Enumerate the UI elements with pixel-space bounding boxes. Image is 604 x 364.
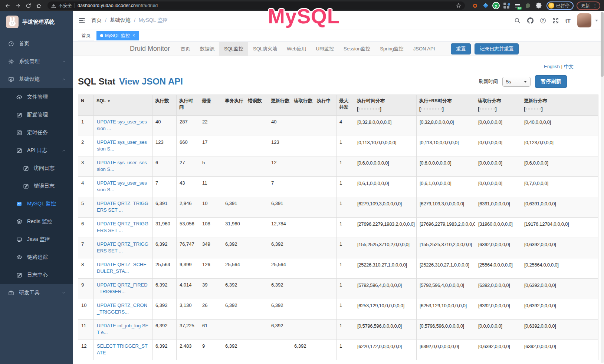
druid-nav-URI监控[interactable]: URI监控 xyxy=(311,42,339,56)
sql-detail-link[interactable]: UPDATE sys_user_session S... xyxy=(97,160,147,172)
table-row: 6UPDATE QRTZ_TRIGGERS SET ...31,96053,05… xyxy=(78,218,598,238)
column-header[interactable]: SQL ▼ xyxy=(94,95,152,116)
blue-gem-extension-icon[interactable] xyxy=(482,2,489,9)
sql-detail-link[interactable]: UPDATE QRTZ_TRIGGERS SET ... xyxy=(97,221,148,233)
user-avatar[interactable] xyxy=(577,13,591,27)
lang-chinese-link[interactable]: 中文 xyxy=(564,64,574,69)
cell-value: 1 xyxy=(337,340,354,360)
column-header[interactable]: 执行时间分布[- - - - - - - -] xyxy=(354,95,417,116)
sidebar-item-mysql-monitor[interactable]: MySQL 监控 xyxy=(0,195,73,213)
sql-detail-link[interactable]: UPDATE QRTZ_TRIGGERS SET ... xyxy=(97,241,148,254)
column-header[interactable]: 执行时间 xyxy=(177,95,199,116)
reset-button[interactable]: 重置 xyxy=(451,43,471,54)
reload-icon[interactable] xyxy=(24,2,32,9)
druid-nav-Web应用[interactable]: Web应用 xyxy=(282,42,311,56)
edit-square-icon xyxy=(16,112,22,118)
browser-menu-icon[interactable]: ⋮ xyxy=(592,3,597,8)
column-header[interactable]: 最慢 xyxy=(199,95,222,116)
browser-update-button[interactable]: 更新 ⋮ xyxy=(577,1,600,10)
sidebar-item-config-management[interactable]: 配置管理 xyxy=(0,106,73,124)
sidebar-item-java-monitor[interactable]: Java 监控 xyxy=(0,231,73,248)
leaf-extension-icon[interactable] xyxy=(525,2,531,9)
log-and-reset-button[interactable]: 记录日志并重置 xyxy=(475,43,519,54)
sidebar-item-trace[interactable]: 链路追踪 xyxy=(0,248,73,266)
druid-nav-Session监控[interactable]: Session监控 xyxy=(339,42,375,56)
tag-item[interactable]: 首页 xyxy=(78,31,94,40)
pause-refresh-button[interactable]: 暂停刷新 xyxy=(535,75,567,88)
column-header[interactable]: 执行中 xyxy=(314,95,337,116)
sql-detail-link[interactable]: UPDATE sys_user_session S... xyxy=(97,180,147,192)
sql-detail-link[interactable]: UPDATE sys_user_session ... xyxy=(97,119,147,131)
column-header[interactable]: N xyxy=(78,95,94,116)
view-json-api-link[interactable]: View JSON API xyxy=(119,76,183,87)
grid-extension-icon[interactable] xyxy=(503,2,510,9)
breadcrumb-item[interactable]: 基础设施 xyxy=(110,17,131,24)
lang-english-link[interactable]: English xyxy=(544,64,560,69)
column-header[interactable]: 更新行数 xyxy=(268,95,291,116)
sql-detail-link[interactable]: UPDATE sys_user_session S... xyxy=(97,139,147,152)
fullscreen-icon[interactable] xyxy=(552,17,559,24)
sidebar-item-infrastructure[interactable]: 基础设施 xyxy=(0,70,73,88)
druid-brand[interactable]: Druid Monitor xyxy=(127,45,176,53)
sql-detail-link[interactable]: UPDATE QRTZ_TRIGGERS SET ... xyxy=(97,201,148,213)
sidebar-item-error-logs[interactable]: 错误日志 xyxy=(0,177,73,195)
github-icon[interactable] xyxy=(527,17,534,24)
column-header[interactable]: 更新行分布[- - - - - -] xyxy=(521,95,598,116)
page-scrollbar[interactable] xyxy=(601,12,604,363)
column-header[interactable]: 错误数 xyxy=(245,95,268,116)
refresh-interval-select[interactable]: 5s xyxy=(502,77,531,87)
sidebar-item-label: 首页 xyxy=(19,40,66,47)
sql-detail-link[interactable]: UPDATE inf_job_log SET e... xyxy=(97,323,148,335)
cell-distribution: [5792,596,4,0,0,0,0,0] xyxy=(417,279,475,299)
bookmark-star-icon[interactable] xyxy=(456,3,461,8)
druid-nav-SQL监控[interactable]: SQL监控 xyxy=(219,42,248,56)
column-header[interactable]: 执行+RS时分布[- - - - - - - -] xyxy=(417,95,475,116)
column-header[interactable]: 读取行分布[- - - - - -] xyxy=(475,95,521,116)
address-bar[interactable]: 不安全 dashboard.yudao.iocoder.cn/infra/dru… xyxy=(47,1,465,10)
sidebar-item-api-logs[interactable]: API 日志 xyxy=(0,142,73,159)
druid-nav-JSON API[interactable]: JSON API xyxy=(408,42,440,56)
font-size-icon[interactable]: tT xyxy=(565,17,571,24)
column-header[interactable]: 最大并发 xyxy=(337,95,354,116)
sidebar-item-log-center[interactable]: 日志中心 xyxy=(0,266,73,284)
sidebar-item-label: 定时任务 xyxy=(27,129,66,136)
sidebar-item-system-management[interactable]: 系统管理 xyxy=(0,53,73,70)
sql-detail-link[interactable]: UPDATE QRTZ_FIRED_TRIGGER... xyxy=(97,282,148,294)
sidebar-item-redis-monitor[interactable]: Redis 监控 xyxy=(0,213,73,231)
tag-close-icon[interactable]: × xyxy=(132,33,135,38)
green-y-extension-icon[interactable]: y xyxy=(493,3,499,9)
column-header[interactable]: 事务执行 xyxy=(222,95,245,116)
home-icon[interactable] xyxy=(35,2,42,9)
puzzle-extension-icon[interactable] xyxy=(535,2,542,9)
cell-value: 40 xyxy=(268,116,291,136)
sql-detail-link[interactable]: UPDATE QRTZ_SCHEDULER_STA... xyxy=(97,262,147,274)
column-header[interactable]: 读取行数 xyxy=(291,95,314,116)
sidebar-item-dev-tools[interactable]: 研发工具 xyxy=(0,284,73,302)
scrollbar-thumb[interactable] xyxy=(601,12,604,77)
list-on-extension-icon[interactable]: on xyxy=(514,2,521,9)
orange-circle-extension-icon[interactable] xyxy=(472,2,478,9)
druid-nav-数据源[interactable]: 数据源 xyxy=(195,42,219,56)
sidebar-item-file-management[interactable]: 文件管理 xyxy=(0,88,73,106)
druid-monitor-frame: Druid Monitor 首页数据源SQL监控SQL防火墙Web应用URI监控… xyxy=(73,42,604,360)
page-title: SQL Stat xyxy=(78,76,115,87)
druid-nav-SQL防火墙[interactable]: SQL防火墙 xyxy=(248,42,282,56)
search-icon[interactable] xyxy=(514,17,521,24)
forward-icon[interactable] xyxy=(14,2,22,9)
hamburger-icon[interactable] xyxy=(79,17,85,24)
sql-detail-link[interactable]: UPDATE QRTZ_CRON_TRIGGERS... xyxy=(97,302,147,315)
help-icon[interactable]: ? xyxy=(540,18,546,23)
sidebar-item-home[interactable]: 首页 xyxy=(0,35,73,53)
column-header[interactable]: 执行数 xyxy=(152,95,177,116)
sql-detail-link[interactable]: SELECT TRIGGER_STATE xyxy=(97,343,148,355)
druid-nav-Spring监控[interactable]: Spring监控 xyxy=(375,42,408,56)
back-icon[interactable] xyxy=(4,2,11,9)
druid-nav-首页[interactable]: 首页 xyxy=(176,42,195,56)
sidebar-item-scheduled-tasks[interactable]: 定时任务 xyxy=(0,124,73,142)
browser-profile-chip[interactable]: 已暂停 xyxy=(546,1,574,10)
tag-label: 首页 xyxy=(82,33,91,39)
tag-active[interactable]: MySQL 监控× xyxy=(96,31,139,40)
sidebar-item-access-logs[interactable]: 访问日志 xyxy=(0,159,73,177)
user-menu-caret-icon[interactable] xyxy=(595,20,598,21)
breadcrumb-item[interactable]: 首页 xyxy=(91,17,102,24)
